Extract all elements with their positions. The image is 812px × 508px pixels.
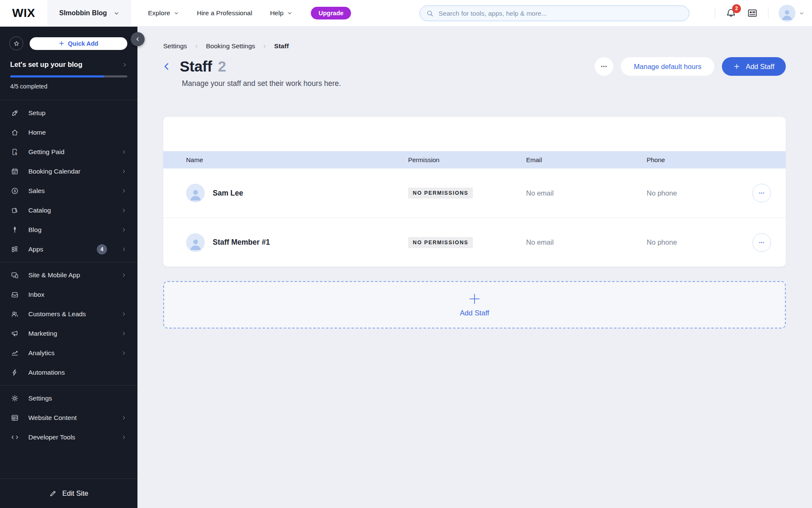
manage-default-hours-button[interactable]: Manage default hours xyxy=(621,57,715,76)
chevron-right-icon xyxy=(121,331,126,336)
global-search[interactable] xyxy=(420,6,689,21)
sidebar-item-customers-leads[interactable]: Customers & Leads xyxy=(0,304,137,324)
sidebar-item-developer-tools[interactable]: Developer Tools xyxy=(0,428,137,447)
sidebar-item-website-content[interactable]: Website Content xyxy=(0,408,137,428)
sidebar-item-analytics[interactable]: Analytics xyxy=(0,343,137,363)
chevron-down-icon xyxy=(799,11,804,16)
home-icon xyxy=(11,128,19,137)
plus-icon xyxy=(468,293,481,305)
breadcrumb-settings[interactable]: Settings xyxy=(163,42,187,50)
breadcrumb-booking-settings[interactable]: Booking Settings xyxy=(206,42,255,50)
nav-explore[interactable]: Explore xyxy=(148,9,179,17)
sidebar-item-blog[interactable]: Blog xyxy=(0,220,137,240)
topbar: WIX SImobbin Blog Explore Hire a Profess… xyxy=(0,0,812,26)
dollar-circle-icon: $ xyxy=(11,187,19,195)
column-phone: Phone xyxy=(647,156,752,163)
sidebar-item-automations[interactable]: Automations xyxy=(0,363,137,382)
table-row[interactable]: Sam Lee NO PERMISSIONS No email No phone xyxy=(163,168,786,218)
ellipsis-icon xyxy=(758,239,765,246)
sidebar-item-home[interactable]: Home xyxy=(0,123,137,142)
chevron-right-icon xyxy=(121,149,126,155)
chevron-right-icon xyxy=(121,435,126,440)
sidebar-item-marketing[interactable]: Marketing xyxy=(0,324,137,343)
notifications-button[interactable]: 2 xyxy=(725,8,737,19)
invoice-dollar-icon: $ xyxy=(11,148,19,156)
code-icon xyxy=(11,433,19,442)
lightning-bolt-icon xyxy=(11,368,19,377)
staff-table-card: Name Permission Email Phone Sam Lee NO P… xyxy=(163,117,786,267)
setup-progress-link[interactable]: Let's set up your blog xyxy=(10,61,127,69)
staff-name: Staff Member #1 xyxy=(213,238,270,247)
sidebar-item-setup[interactable]: Setup xyxy=(0,103,137,123)
chevron-right-icon xyxy=(121,208,126,213)
devices-icon xyxy=(11,271,19,279)
sidebar-item-apps[interactable]: Apps 4 xyxy=(0,240,137,259)
sidebar-item-booking-calendar[interactable]: Booking Calendar xyxy=(0,162,137,181)
pencil-icon xyxy=(49,490,57,497)
quick-add-row: Quick Add xyxy=(0,26,137,57)
more-options-button[interactable] xyxy=(595,57,613,76)
site-menu[interactable]: SImobbin Blog xyxy=(47,0,131,26)
ellipsis-icon xyxy=(600,62,608,71)
staff-email: No email xyxy=(526,238,647,246)
inbox-icon xyxy=(11,290,19,299)
account-menu[interactable] xyxy=(779,5,804,22)
page-actions: Manage default hours Add Staff xyxy=(595,57,786,76)
staff-name-cell: Sam Lee xyxy=(186,184,408,202)
avatar xyxy=(186,233,205,252)
nav-hire-a-professional[interactable]: Hire a Professional xyxy=(197,9,252,17)
divider xyxy=(715,8,715,19)
chevron-left-icon xyxy=(162,62,171,71)
staff-name-cell: Staff Member #1 xyxy=(186,233,408,252)
quick-add-button[interactable]: Quick Add xyxy=(30,37,127,50)
ellipsis-icon xyxy=(758,189,765,197)
search-input[interactable] xyxy=(439,10,683,17)
sidebar-item-sales[interactable]: $ Sales xyxy=(0,181,137,201)
add-staff-dropzone[interactable]: Add Staff xyxy=(163,281,786,329)
sidebar-item-inbox[interactable]: Inbox xyxy=(0,285,137,304)
back-button[interactable] xyxy=(162,61,173,72)
nav-help[interactable]: Help xyxy=(270,9,292,17)
sidebar-item-settings[interactable]: Settings xyxy=(0,389,137,408)
sidebar-item-site-mobile-app[interactable]: Site & Mobile App xyxy=(0,265,137,285)
plus-icon xyxy=(733,63,740,70)
edit-site-button[interactable]: Edit Site xyxy=(0,478,137,508)
notification-badge: 2 xyxy=(732,4,741,13)
column-email: Email xyxy=(526,156,647,163)
row-more-options-button[interactable] xyxy=(752,233,771,252)
table-row[interactable]: Staff Member #1 NO PERMISSIONS No email … xyxy=(163,218,786,267)
page-subtitle: Manage your staff and set their work hou… xyxy=(182,79,341,88)
upgrade-button[interactable]: Upgrade xyxy=(311,7,351,19)
topnav: Explore Hire a Professional Help xyxy=(148,9,292,17)
chevron-right-icon xyxy=(194,44,199,49)
chart-line-icon xyxy=(11,349,19,357)
updates-button[interactable] xyxy=(747,8,758,19)
sidebar-item-catalog[interactable]: Catalog xyxy=(0,201,137,220)
search-icon xyxy=(426,10,434,17)
svg-text:$: $ xyxy=(15,152,17,156)
chevron-right-icon xyxy=(121,415,126,420)
sidebar-item-getting-paid[interactable]: $ Getting Paid xyxy=(0,142,137,162)
chevron-right-icon xyxy=(122,62,127,67)
setup-progress-fill xyxy=(10,75,104,77)
favorites-button[interactable] xyxy=(9,36,23,50)
wix-logo: WIX xyxy=(0,6,47,20)
sidebar: Quick Add Let's set up your blog 4/5 com… xyxy=(0,26,137,508)
setup-completed-label: 4/5 completed xyxy=(10,83,127,90)
tags-icon xyxy=(11,206,19,215)
add-staff-button[interactable]: Add Staff xyxy=(722,57,786,76)
row-more-options-button[interactable] xyxy=(752,184,771,202)
pen-nib-icon xyxy=(11,226,19,234)
chevron-right-icon xyxy=(121,273,126,278)
staff-count: 2 xyxy=(218,58,226,75)
chevron-right-icon xyxy=(121,227,126,232)
news-card-icon xyxy=(747,8,758,19)
sidebar-nav-group-3: Settings Website Content Developer Tools xyxy=(0,386,137,450)
table-header: Name Permission Email Phone xyxy=(163,151,786,168)
staff-name: Sam Lee xyxy=(213,189,243,198)
setup-progress-section: Let's set up your blog 4/5 completed xyxy=(0,57,137,100)
sidebar-collapse-button[interactable] xyxy=(131,32,145,46)
chevron-right-icon xyxy=(262,44,267,49)
page-header: Staff 2 xyxy=(162,57,226,76)
people-icon xyxy=(11,310,19,318)
